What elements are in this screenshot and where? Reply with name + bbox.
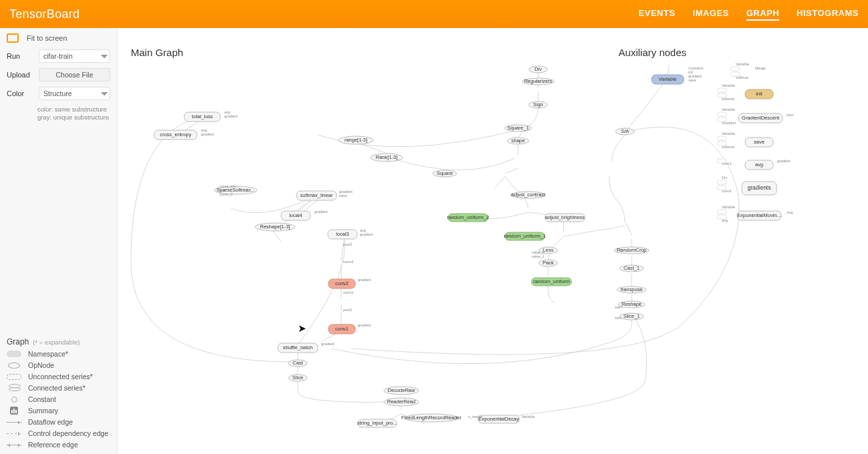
- aux-gradient-descent[interactable]: GradientDescent: [738, 114, 783, 123]
- legend: Graph(* = expandable) Namespace* OpNode …: [7, 337, 111, 449]
- legend-subtitle: (* = expandable): [33, 338, 79, 346]
- svg-text:softmax: softmax: [722, 145, 735, 149]
- node-transpose[interactable]: transpose: [617, 286, 646, 293]
- node-div[interactable]: Div: [529, 66, 548, 73]
- svg-text:Variable: Variable: [722, 205, 735, 209]
- node-local3[interactable]: local3: [328, 230, 357, 239]
- node-pack[interactable]: Pack: [539, 260, 558, 266]
- tab-events[interactable]: EVENTS: [638, 8, 675, 21]
- svg-rect-42: [545, 214, 585, 222]
- node-variable[interactable]: Variable: [652, 75, 684, 84]
- summary-icon: [10, 407, 18, 415]
- svg-rect-4: [296, 191, 337, 200]
- node-square1[interactable]: Square_1: [505, 125, 531, 132]
- svg-text:gradient: gradient: [360, 232, 373, 236]
- svg-text:pool1: pool1: [343, 308, 352, 312]
- svg-text:const_0: const_0: [220, 192, 232, 196]
- upload-label: Upload: [7, 71, 33, 79]
- svg-text:norm2: norm2: [343, 260, 354, 264]
- svg-point-66: [620, 265, 644, 272]
- node-adjust-brightness[interactable]: adjust_brightness: [545, 214, 585, 222]
- node-decode-raw[interactable]: DecodeRaw: [384, 387, 419, 395]
- node-softmax-linear[interactable]: softmax_linear: [296, 191, 337, 200]
- graph-canvas[interactable]: Main Graph Auxiliary nodes: [118, 28, 868, 454]
- svg-rect-14: [278, 343, 318, 353]
- node-string-input[interactable]: string_input_pro...: [357, 419, 397, 427]
- svg-text:value_1: value_1: [531, 254, 544, 258]
- svg-rect-38: [505, 232, 545, 240]
- node-random-crop[interactable]: RandomCrop: [614, 247, 649, 254]
- svg-rect-2: [154, 130, 197, 140]
- node-local4[interactable]: local4: [281, 211, 310, 220]
- svg-point-18: [339, 136, 373, 144]
- svg-text:save: save: [339, 194, 347, 198]
- node-random-uniform2[interactable]: random_uniform_2: [447, 214, 489, 222]
- node-conv2[interactable]: conv2: [329, 279, 355, 288]
- aux-exp-moving[interactable]: ExponentialMovin...: [737, 211, 781, 220]
- svg-rect-8: [328, 230, 357, 239]
- aux-init[interactable]: init: [745, 89, 773, 99]
- svg-text:conv1: conv1: [722, 162, 732, 166]
- node-slice1[interactable]: Slice_1: [620, 313, 644, 320]
- legend-summary: Summary: [7, 407, 111, 415]
- node-exp-decay[interactable]: ExponentialDecay: [478, 415, 519, 423]
- svg-rect-32: [478, 415, 519, 423]
- svg-rect-137: [717, 210, 726, 214]
- aux-avg[interactable]: avg: [745, 160, 773, 170]
- node-regularizers[interactable]: Regularizers: [522, 78, 554, 85]
- cursor-icon: ➤: [298, 322, 306, 334]
- color-hint-2: gray: unique substructure: [37, 114, 110, 122]
- aux-gradients[interactable]: gradients: [742, 182, 777, 195]
- node-adjust-contrast[interactable]: adjust_contrast: [511, 192, 546, 198]
- node-rank[interactable]: Rank[1-3]: [371, 154, 403, 162]
- svg-text:train: train: [787, 113, 794, 117]
- node-fixed-len[interactable]: FixedLengthRecordReader: [401, 414, 462, 422]
- svg-point-26: [384, 398, 419, 406]
- aux-save[interactable]: save: [745, 138, 773, 147]
- node-shuffle-batch[interactable]: shuffle_batch: [278, 343, 318, 353]
- color-select[interactable]: Structure: [39, 87, 110, 100]
- namespace-icon: [7, 351, 21, 357]
- svg-text:norm1: norm1: [343, 290, 354, 294]
- node-reshape[interactable]: Reshape[1-3]: [255, 223, 295, 231]
- graph-svg[interactable]: total_loss cross_entropy softmax_linear …: [118, 28, 868, 454]
- node-random-uniform[interactable]: random_uniform: [531, 278, 572, 286]
- node-cast1[interactable]: Cast_1: [620, 265, 644, 272]
- node-square[interactable]: Square: [433, 170, 457, 177]
- svg-point-56: [539, 260, 558, 266]
- fit-label: Fit to screen: [27, 34, 67, 42]
- node-sign[interactable]: Sign: [529, 101, 548, 108]
- node-reshape2[interactable]: Reshape: [618, 301, 645, 308]
- svg-point-60: [511, 192, 546, 198]
- legend-constant: Constant: [7, 395, 111, 403]
- choose-file-button[interactable]: Choose File: [39, 68, 110, 81]
- node-cross-entropy[interactable]: cross_entropy: [154, 130, 197, 140]
- svg-point-64: [614, 247, 649, 254]
- node-conv1[interactable]: conv1: [329, 324, 355, 334]
- svg-text:Merge: Merge: [755, 66, 766, 70]
- control-icon: [7, 433, 21, 434]
- tab-histograms[interactable]: HISTOGRAMS: [797, 8, 859, 21]
- run-select[interactable]: cifar-train: [39, 49, 110, 63]
- node-shape[interactable]: shape: [507, 138, 529, 144]
- node-cast[interactable]: Cast: [288, 360, 307, 367]
- node-slice[interactable]: Slice: [288, 375, 307, 381]
- node-sum[interactable]: S/A: [616, 128, 634, 135]
- node-range[interactable]: range[1-3]: [339, 136, 373, 144]
- legend-reference: Reference edge: [7, 441, 111, 449]
- node-reader-read[interactable]: ReaderRead: [384, 398, 419, 406]
- tab-images[interactable]: IMAGES: [692, 8, 728, 21]
- svg-text:Variable: Variable: [722, 83, 735, 87]
- svg-rect-144: [730, 67, 740, 71]
- run-label: Run: [7, 52, 33, 60]
- tab-graph[interactable]: GRAPH: [746, 8, 779, 21]
- svg-rect-0: [184, 112, 220, 122]
- svg-rect-115: [742, 182, 777, 195]
- color-hint-1: color: same substructure: [37, 105, 110, 114]
- fit-to-screen[interactable]: Fit to screen: [7, 33, 110, 43]
- node-random-uniform1[interactable]: random_uniform_1: [504, 232, 546, 240]
- svg-point-72: [620, 313, 644, 320]
- node-total-loss[interactable]: total_loss: [184, 112, 220, 122]
- svg-rect-117: [737, 211, 781, 220]
- svg-text:Div: Div: [722, 176, 727, 180]
